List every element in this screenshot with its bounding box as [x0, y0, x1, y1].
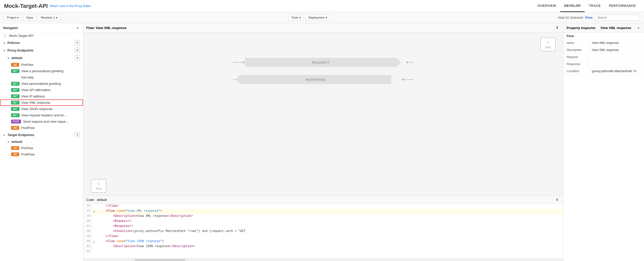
app-title: Mock-Target-API [4, 3, 48, 9]
nav-default-section[interactable]: ▼ default + [0, 54, 83, 62]
prop-value-request[interactable] [589, 54, 644, 57]
prop-label-request: Request [564, 54, 589, 60]
center-panel: Flow: View XML response ⬆ + Step REQUEST [83, 23, 563, 261]
code-panel-header: Code default ⬇ [83, 196, 563, 204]
top-nav: OVERVIEW DEVELOP TRACE PERFORMANCE [533, 0, 640, 12]
nav-section-policies[interactable]: ▼ Policies + [0, 39, 83, 46]
main-layout: Navigator « 📄 Mock-Target-API ▼ Policies… [0, 23, 644, 261]
code-line-46: 46 <Request/> [83, 219, 563, 224]
nav-section-proxy[interactable]: ▼ Proxy Endpoints + [0, 46, 83, 54]
collapse-arrow-default: ▼ [7, 57, 10, 60]
nav-view-api-affirmation[interactable]: GET View API affirmation [0, 87, 83, 93]
nav-view-personalized-greeting[interactable]: GET View personalized greeting [0, 81, 83, 87]
prop-row-response: Response [564, 61, 644, 68]
add-proxy-btn[interactable]: + [75, 48, 80, 53]
badge-get-6: GET [11, 107, 19, 111]
flow-link[interactable]: Flow [585, 16, 593, 19]
nav-performance[interactable]: PERFORMANCE [605, 0, 640, 12]
nav-view-ip-address[interactable]: GET View IP address [0, 93, 83, 99]
response-arrow [235, 75, 240, 84]
nav-send-request[interactable]: POST Send request and view reque... [0, 118, 83, 125]
chevron-down-icon: ▾ [299, 16, 301, 19]
prop-label-name: name [564, 40, 589, 46]
code-line-47: 47 <Response/> [83, 224, 563, 229]
code-panel: Code default ⬇ 43 </Flow> 44 ▶ [83, 195, 563, 261]
revision-btn[interactable]: Revision 1 ▾ [38, 15, 60, 21]
code-label: Code [86, 198, 94, 202]
badge-get-1: GET [11, 69, 19, 73]
navigator-content: 📄 Mock-Target-API ▼ Policies + ▼ Proxy E… [0, 33, 83, 261]
code-line-43: 43 </Flow> [83, 204, 563, 209]
step-label-bottom: Step [95, 187, 102, 190]
property-inspector-expand[interactable]: » [636, 25, 641, 30]
flow-title: Flow: View XML response [86, 26, 126, 30]
deployment-btn[interactable]: Deployment ▾ [306, 15, 330, 21]
scrollbar-thumb [135, 259, 185, 261]
nav-get-help[interactable]: Get help [0, 74, 83, 81]
toolbar-center: Tools ▾ Deployment ▾ [62, 15, 556, 21]
collapse-arrow-policies: ▼ [3, 42, 6, 44]
nav-develop[interactable]: DEVELOP [560, 0, 585, 12]
prop-label-condition: Condition [564, 68, 589, 74]
save-btn[interactable]: Save [23, 15, 36, 21]
prop-value-response[interactable] [589, 61, 644, 64]
request-bar: REQUEST [245, 58, 396, 67]
badge-get-4: GET [11, 94, 19, 98]
top-header: Mock-Target-API What's new in the Proxy … [0, 0, 644, 12]
plus-icon: + [547, 40, 549, 45]
nav-view-personalized-greeting-v2[interactable]: GET View a personalized greeting [0, 68, 83, 74]
navigator-collapse-btn[interactable]: « [75, 25, 80, 30]
prop-row-condition: Condition (proxy.pathsuffix MatchesPath … [564, 68, 644, 75]
navigator-header: Navigator « [0, 23, 83, 33]
prop-value-name[interactable]: View XML response [589, 40, 644, 46]
prop-value-condition[interactable]: (proxy.pathsuffix MatchesPath "/x [589, 68, 644, 74]
code-line-52: 52 [83, 249, 563, 254]
add-target-btn[interactable]: + [75, 132, 80, 137]
nav-view-xml-response[interactable]: GET View XML response [0, 99, 83, 106]
nav-target-default[interactable]: ▼ default [0, 139, 83, 145]
code-scrollbar[interactable] [83, 258, 563, 261]
flow-panel-collapse[interactable]: ⬆ [554, 25, 560, 30]
nav-overview[interactable]: OVERVIEW [533, 0, 560, 12]
flow-panel-header: Flow: View XML response ⬆ [83, 23, 563, 33]
chevron-down-icon: ▾ [56, 16, 58, 19]
chevron-down-icon: ▾ [326, 16, 327, 19]
step-box-top[interactable]: + Step [540, 38, 556, 51]
nav-trace[interactable]: TRACE [585, 0, 605, 12]
prop-value-description[interactable]: View XML response [589, 47, 644, 53]
property-inspector-panel: Property Inspector View XML response » F… [563, 23, 644, 261]
badge-get-2: GET [11, 82, 19, 86]
badge-all-preflow: All [11, 63, 19, 67]
add-default-btn[interactable]: + [75, 55, 80, 60]
nav-view-json-response[interactable]: GET View JSON response [0, 106, 83, 112]
step-box-bottom[interactable]: + Step [91, 179, 106, 193]
property-inspector-title: Property Inspector [567, 26, 596, 30]
project-btn[interactable]: Project ▾ [4, 15, 21, 21]
header-left: Mock-Target-API What's new in the Proxy … [4, 3, 91, 9]
nav-target-preflow[interactable]: All PreFlow [0, 145, 83, 151]
response-bar: RESPONSE [240, 75, 391, 84]
file-icon: 📄 [3, 34, 7, 38]
badge-get-7: GET [11, 113, 19, 117]
nav-root-item[interactable]: 📄 Mock-Target-API [0, 33, 83, 39]
code-context: default [97, 198, 107, 202]
collapse-arrow-proxy: ▼ [3, 49, 6, 52]
toolbar: Project ▾ Save Revision 1 ▾ Tools ▾ Depl… [0, 12, 644, 23]
nav-postflow[interactable]: All PostFlow [0, 125, 83, 131]
code-content: 43 </Flow> 44 ▶ <Flow name="View XML res… [83, 204, 563, 258]
badge-post: POST [11, 120, 21, 123]
code-panel-collapse[interactable]: ⬇ [554, 197, 560, 202]
tools-btn[interactable]: Tools ▾ [288, 15, 304, 21]
whats-new-link[interactable]: What's new in the Proxy Editor [50, 4, 91, 8]
add-policy-btn[interactable]: + [75, 40, 80, 45]
collapse-arrow-target: ▼ [3, 134, 6, 137]
nav-section-target[interactable]: ▼ Target Endpoints + [0, 131, 83, 139]
nav-target-postflow[interactable]: All PostFlow [0, 151, 83, 158]
prop-label-description: Description [564, 47, 589, 53]
navigator-panel: Navigator « 📄 Mock-Target-API ▼ Policies… [0, 23, 83, 261]
search-input[interactable] [595, 15, 640, 21]
nav-preflow[interactable]: All PreFlow [0, 62, 83, 68]
nav-view-request-headers[interactable]: GET View request headers and bo... [0, 112, 83, 118]
help-selected-text: Help for Selected [558, 16, 583, 19]
badge-get-3: GET [11, 88, 19, 92]
